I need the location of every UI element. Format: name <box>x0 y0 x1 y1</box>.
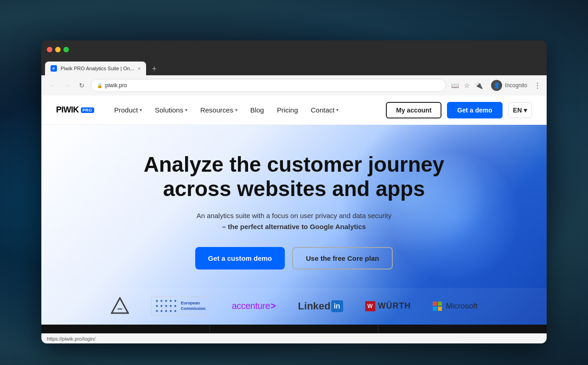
logo-text: PIWIK <box>56 105 79 115</box>
site-nav: PIWIK PRO Product ▾ Solutions ▾ Resource… <box>41 95 547 125</box>
nav-pricing[interactable]: Pricing <box>271 102 304 118</box>
client-logo-european-commission: ★★★★★ ★★★★★ ★★★★★ EuropeanCommission <box>151 299 210 314</box>
get-custom-demo-button[interactable]: Get a custom demo <box>195 247 285 270</box>
browser-status-bar: https://piwik.pro/login/ <box>41 333 547 343</box>
nav-product[interactable]: Product ▾ <box>109 102 148 118</box>
client-logo-linkedin: Linked in <box>298 299 343 314</box>
status-url: https://piwik.pro/login/ <box>47 336 96 342</box>
forward-button[interactable]: → <box>62 80 73 91</box>
address-bar-actions: 📖 ☆ 🔌 <box>450 80 484 90</box>
get-demo-button[interactable]: Get a demo <box>447 102 502 118</box>
hero-buttons: Get a custom demo Use the free Core plan <box>144 247 444 270</box>
svg-marker-0 <box>112 298 128 313</box>
nav-contact-label: Contact <box>311 106 335 114</box>
language-label: EN <box>513 107 522 114</box>
nav-product-label: Product <box>114 106 138 114</box>
client-logo-wurth: W WÜRTH <box>365 299 411 314</box>
maximize-window-button[interactable] <box>63 47 69 52</box>
browser-menu-button[interactable]: ⋮ <box>534 81 541 90</box>
client-logo-microsoft: Microsoft <box>433 299 477 314</box>
nav-links: Product ▾ Solutions ▾ Resources ▾ Blog P… <box>109 102 386 118</box>
hero-subtitle: An analytics suite with a focus on user … <box>144 210 444 232</box>
solutions-chevron-icon: ▾ <box>185 107 187 112</box>
hero-subtitle-text: An analytics suite with a focus on user … <box>197 212 391 219</box>
extension-icon[interactable]: 🔌 <box>474 80 484 90</box>
nav-resources-label: Resources <box>200 106 233 114</box>
logo-pro-badge: PRO <box>81 107 94 113</box>
language-selector[interactable]: EN ▾ <box>508 102 532 118</box>
lang-chevron-icon: ▾ <box>524 107 527 114</box>
resources-chevron-icon: ▾ <box>235 107 237 112</box>
active-tab[interactable]: P Piwik PRO Analytics Suite | On... × <box>45 62 146 75</box>
hero-title-line1: Analyze the customer journey <box>144 152 444 176</box>
url-bar[interactable]: 🔒 piwik.pro <box>91 79 446 92</box>
hero-content: Analyze the customer journey across webs… <box>144 125 444 288</box>
incognito-label: Incognito <box>505 82 527 89</box>
close-window-button[interactable] <box>47 47 52 52</box>
traffic-lights <box>47 47 69 52</box>
nav-blog-label: Blog <box>250 106 264 114</box>
refresh-button[interactable]: ↻ <box>76 80 87 91</box>
product-chevron-icon: ▾ <box>140 107 142 112</box>
tab-bar: P Piwik PRO Analytics Suite | On... × + <box>41 59 547 75</box>
incognito-section: 👤 Incognito <box>491 80 527 91</box>
my-account-button[interactable]: My account <box>386 102 441 118</box>
star-icon[interactable]: ☆ <box>462 80 472 90</box>
use-free-core-plan-button[interactable]: Use the free Core plan <box>292 247 393 270</box>
hero-title-line2: across websites and apps <box>163 177 425 201</box>
client-logo-credit-agricole <box>111 299 129 314</box>
contact-chevron-icon: ▾ <box>336 107 339 112</box>
nav-contact[interactable]: Contact ▾ <box>305 102 345 118</box>
tab-close-button[interactable]: × <box>138 66 141 71</box>
website-content: PIWIK PRO Product ▾ Solutions ▾ Resource… <box>41 95 547 343</box>
client-logos-section: ★★★★★ ★★★★★ ★★★★★ EuropeanCommission acc… <box>41 288 547 325</box>
nav-pricing-label: Pricing <box>277 106 298 114</box>
back-button[interactable]: ← <box>47 80 58 91</box>
browser-window: P Piwik PRO Analytics Suite | On... × + … <box>41 40 547 343</box>
incognito-avatar: 👤 <box>491 80 502 91</box>
tab-favicon: P <box>51 65 57 72</box>
hero-title: Analyze the customer journey across webs… <box>144 152 444 201</box>
hero-subtitle-bold: – the perfect alternative to Google Anal… <box>222 223 366 230</box>
read-mode-icon[interactable]: 📖 <box>450 80 460 90</box>
nav-solutions-label: Solutions <box>155 106 183 114</box>
tab-title: Piwik PRO Analytics Suite | On... <box>61 66 134 71</box>
site-logo[interactable]: PIWIK PRO <box>56 105 94 115</box>
nav-resources[interactable]: Resources ▾ <box>195 102 243 118</box>
nav-blog[interactable]: Blog <box>245 102 270 118</box>
browser-chrome <box>41 40 547 59</box>
url-text: piwik.pro <box>105 82 127 89</box>
lock-icon: 🔒 <box>97 83 102 88</box>
new-tab-button[interactable]: + <box>148 62 161 75</box>
nav-solutions[interactable]: Solutions ▾ <box>149 102 193 118</box>
client-logo-accenture: accenture > <box>232 299 276 314</box>
nav-actions: My account Get a demo EN ▾ <box>386 102 532 118</box>
address-bar: ← → ↻ 🔒 piwik.pro 📖 ☆ 🔌 👤 Incognito ⋮ <box>41 75 547 95</box>
minimize-window-button[interactable] <box>55 47 61 52</box>
hero-section: Analyze the customer journey across webs… <box>41 125 547 343</box>
